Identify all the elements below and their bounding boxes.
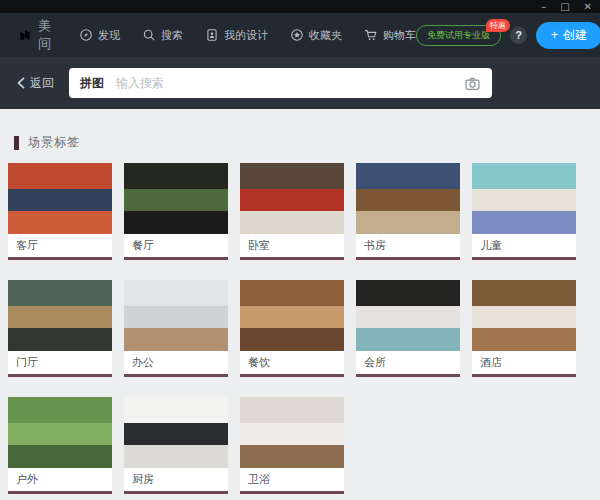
app-window: – □ ✕ 美间 发现搜索我的设计收藏夹购物车 免费试用专业版 特惠 ? + 创…	[0, 0, 600, 500]
create-button-label: 创建	[563, 27, 587, 44]
scene-card[interactable]: 餐饮	[240, 280, 344, 377]
scene-thumbnail	[356, 280, 460, 351]
search-icon	[142, 28, 156, 42]
scene-label: 户外	[8, 468, 112, 491]
scene-thumbnail	[8, 397, 112, 468]
scene-thumbnail	[124, 163, 228, 234]
section-marker	[14, 136, 19, 150]
scene-thumbnail	[240, 280, 344, 351]
scene-thumbnail	[472, 163, 576, 234]
nav-item-discover[interactable]: 发现	[79, 28, 120, 43]
star-icon	[290, 28, 304, 42]
scene-label: 厨房	[124, 468, 228, 491]
create-button[interactable]: + 创建	[536, 22, 600, 49]
scene-label: 书房	[356, 234, 460, 257]
special-offer-badge: 特惠	[486, 19, 510, 32]
trial-pro-label: 免费试用专业版	[427, 30, 490, 40]
scene-card[interactable]: 书房	[356, 163, 460, 260]
scene-thumbnail	[240, 163, 344, 234]
nav-item-my-design[interactable]: 我的设计	[205, 28, 268, 43]
nav-item-label: 收藏夹	[309, 28, 342, 43]
scene-thumbnail	[240, 397, 344, 468]
scene-thumbnail	[472, 280, 576, 351]
scene-grid: 客厅餐厅卧室书房儿童门厅办公餐饮会所酒店户外厨房卫浴	[8, 163, 600, 500]
scene-card[interactable]: 户外	[8, 397, 112, 494]
cart-icon	[364, 28, 378, 42]
meijian-logo-icon	[18, 28, 32, 42]
main-navbar: 美间 发现搜索我的设计收藏夹购物车 免费试用专业版 特惠 ? + 创建 安	[0, 13, 600, 57]
scene-card[interactable]: 餐厅	[124, 163, 228, 260]
scene-thumbnail	[124, 280, 228, 351]
nav-item-search[interactable]: 搜索	[142, 28, 183, 43]
scene-label: 客厅	[8, 234, 112, 257]
scene-card[interactable]: 卧室	[240, 163, 344, 260]
scene-card[interactable]: 会所	[356, 280, 460, 377]
nav-item-label: 我的设计	[224, 28, 268, 43]
nav-item-label: 搜索	[161, 28, 183, 43]
nav-item-favorites[interactable]: 收藏夹	[290, 28, 342, 43]
trial-pro-button[interactable]: 免费试用专业版 特惠	[416, 25, 501, 46]
scene-card[interactable]: 厨房	[124, 397, 228, 494]
nav-items: 发现搜索我的设计收藏夹购物车	[79, 28, 416, 43]
scene-label: 会所	[356, 351, 460, 374]
nav-item-label: 发现	[98, 28, 120, 43]
scene-card[interactable]: 客厅	[8, 163, 112, 260]
search-bar: 拼图	[69, 68, 492, 98]
close-button[interactable]: ✕	[584, 2, 592, 12]
scene-label: 卧室	[240, 234, 344, 257]
app-logo[interactable]: 美间	[18, 17, 53, 53]
navbar-right-group: 免费试用专业版 特惠 ? + 创建 安	[416, 22, 600, 49]
nav-item-cart[interactable]: 购物车	[364, 28, 416, 43]
scene-card[interactable]: 酒店	[472, 280, 576, 377]
scene-card[interactable]: 办公	[124, 280, 228, 377]
back-button-label: 返回	[30, 75, 54, 92]
back-button[interactable]: 返回	[16, 75, 54, 92]
my-design-icon	[205, 28, 219, 42]
section-header: 场景标签	[14, 134, 600, 151]
plus-icon: +	[551, 28, 558, 42]
maximize-button[interactable]: □	[560, 2, 569, 12]
compass-icon	[79, 28, 93, 42]
search-category-selector[interactable]: 拼图	[80, 75, 104, 92]
nav-item-label: 购物车	[383, 28, 416, 43]
scene-label: 餐饮	[240, 351, 344, 374]
scene-label: 酒店	[472, 351, 576, 374]
scene-thumbnail	[8, 280, 112, 351]
search-toolbar: 返回 拼图	[0, 57, 600, 109]
section-title: 场景标签	[28, 134, 80, 151]
main-content: 场景标签 客厅餐厅卧室书房儿童门厅办公餐饮会所酒店户外厨房卫浴	[0, 134, 600, 500]
search-input[interactable]	[116, 76, 452, 90]
scene-label: 餐厅	[124, 234, 228, 257]
scene-card[interactable]: 卫浴	[240, 397, 344, 494]
scene-thumbnail	[356, 163, 460, 234]
chevron-left-icon	[16, 77, 26, 89]
scene-label: 儿童	[472, 234, 576, 257]
scene-thumbnail	[124, 397, 228, 468]
window-titlebar: – □ ✕	[0, 0, 600, 13]
scene-thumbnail	[8, 163, 112, 234]
camera-search-icon[interactable]	[464, 76, 481, 91]
scene-card[interactable]: 儿童	[472, 163, 576, 260]
scene-card[interactable]: 门厅	[8, 280, 112, 377]
scene-label: 门厅	[8, 351, 112, 374]
help-button[interactable]: ?	[510, 27, 527, 44]
minimize-button[interactable]: –	[541, 2, 546, 12]
scene-label: 卫浴	[240, 468, 344, 491]
scene-label: 办公	[124, 351, 228, 374]
app-logo-text: 美间	[38, 17, 53, 53]
